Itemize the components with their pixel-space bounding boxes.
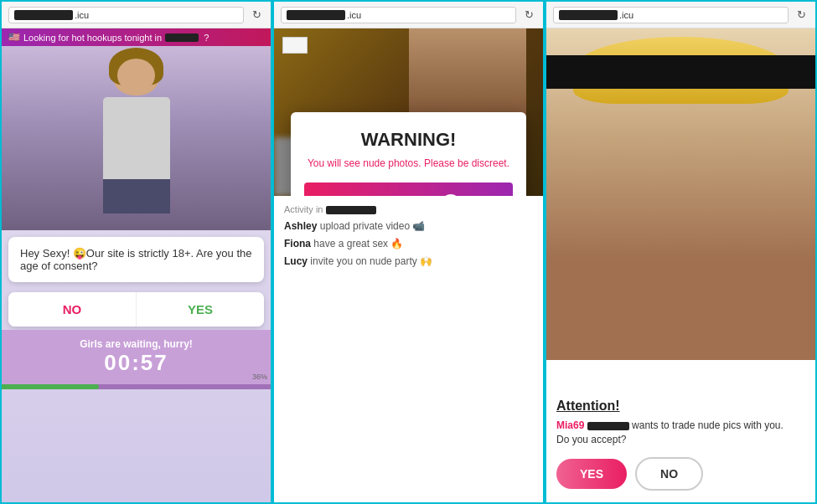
panel-warning: .icu ↻ WARNING! You will see nude photos… — [272, 0, 545, 504]
warning-title: WARNING! — [304, 129, 513, 151]
attention-name-redacted — [587, 422, 629, 430]
url-bar-1: .icu — [8, 7, 244, 23]
activity-label-text: Activity in — [284, 204, 323, 214]
url-redacted-1 — [14, 10, 73, 20]
activity-section: Activity in Ashley upload private video … — [274, 196, 543, 502]
attention-buttons: YES NO — [556, 457, 805, 491]
refresh-icon-3[interactable]: ↻ — [794, 8, 809, 23]
activity-item-2: Fiona have a great sex 🔥 — [284, 237, 533, 251]
warning-subtitle: You will see nude photos. Please be disc… — [304, 157, 513, 169]
countdown-timer: 00:57 — [10, 350, 262, 376]
progress-label: 36% — [252, 373, 267, 381]
url-bar-2: .icu — [281, 7, 516, 23]
activity-action-1: upload private video 📹 — [320, 220, 426, 232]
flag-emoji: 🇺🇸 — [8, 32, 20, 43]
attention-text: Mia69 wants to trade nude pics with you.… — [556, 419, 805, 447]
attention-no-button[interactable]: NO — [635, 457, 703, 491]
continue-button[interactable]: CONTINUE › — [304, 183, 513, 196]
activity-item-3: Lucy invite you on nude party 🙌 — [284, 255, 533, 269]
person-image — [2, 46, 271, 230]
browser-bar-1: .icu ↻ — [2, 2, 271, 28]
age-check-dialog: Hey Sexy! 😜Our site is strictly 18+. Are… — [8, 237, 264, 282]
panel-attention: .icu ↻ Attention! Mia69 wants to trade n… — [545, 0, 817, 504]
face-censor-bar — [546, 55, 815, 89]
attention-popup: Attention! Mia69 wants to trade nude pic… — [546, 387, 815, 502]
browser-bar-3: .icu ↻ — [546, 2, 815, 28]
activity-label: Activity in — [284, 204, 533, 214]
url-redacted-2 — [287, 10, 345, 20]
activity-action-3: invite you on nude party 🙌 — [310, 255, 432, 267]
attention-name: Mia69 — [556, 419, 584, 431]
url-bar-3: .icu — [553, 7, 789, 23]
activity-action-2: have a great sex 🔥 — [313, 238, 403, 249]
banner-question: ? — [204, 33, 209, 43]
activity-location-redacted — [326, 206, 376, 214]
banner-location-redacted — [165, 33, 199, 42]
continue-arrow-icon: › — [441, 194, 461, 196]
panel-age-check: .icu ↻ 🇺🇸 Looking for hot hookups tonigh… — [0, 0, 272, 504]
activity-name-3: Lucy — [284, 255, 308, 267]
url-redacted-3 — [559, 10, 618, 20]
yes-button[interactable]: YES — [137, 292, 264, 327]
countdown-footer: Girls are waiting, hurry! 00:57 — [2, 330, 271, 384]
warning-overlay: WARNING! You will see nude photos. Pleas… — [291, 112, 526, 196]
panel3-body: Attention! Mia69 wants to trade nude pic… — [546, 28, 815, 502]
age-check-text: Hey Sexy! 😜Our site is strictly 18+. Are… — [20, 247, 251, 272]
top-banner: 🇺🇸 Looking for hot hookups tonight in ? — [2, 28, 271, 46]
activity-item-1: Ashley upload private video 📹 — [284, 219, 533, 234]
age-check-buttons: NO YES — [8, 292, 264, 327]
refresh-icon-1[interactable]: ↻ — [249, 8, 264, 23]
person-legs — [103, 179, 170, 213]
progress-fill — [2, 384, 99, 389]
url-text-3: .icu — [619, 10, 633, 20]
url-text-2: .icu — [347, 10, 361, 20]
panel1-body: 🇺🇸 Looking for hot hookups tonight in ? … — [2, 28, 271, 502]
attention-trade-text: wants to trade nude pics with you. — [632, 419, 783, 431]
attention-question: Do you accept? — [556, 434, 626, 445]
person-body — [103, 97, 170, 179]
refresh-icon-2[interactable]: ↻ — [521, 8, 536, 23]
banner-text: Looking for hot hookups tonight in — [23, 33, 162, 43]
person-head — [113, 54, 159, 95]
person-silhouette — [86, 46, 187, 213]
no-button[interactable]: NO — [8, 292, 137, 327]
girls-waiting-text: Girls are waiting, hurry! — [10, 338, 262, 350]
person-face — [117, 59, 155, 92]
url-text-1: .icu — [75, 10, 89, 20]
progress-bar: 36% — [2, 384, 271, 389]
attention-yes-button[interactable]: YES — [556, 459, 627, 489]
browser-bar-2: .icu ↻ — [274, 2, 543, 28]
panel2-body: WARNING! You will see nude photos. Pleas… — [274, 28, 543, 502]
images-top: WARNING! You will see nude photos. Pleas… — [274, 28, 543, 196]
activity-name-2: Fiona — [284, 238, 311, 249]
activity-name-1: Ashley — [284, 220, 317, 232]
flag-thumbnail — [282, 37, 308, 54]
attention-title: Attention! — [556, 399, 805, 414]
